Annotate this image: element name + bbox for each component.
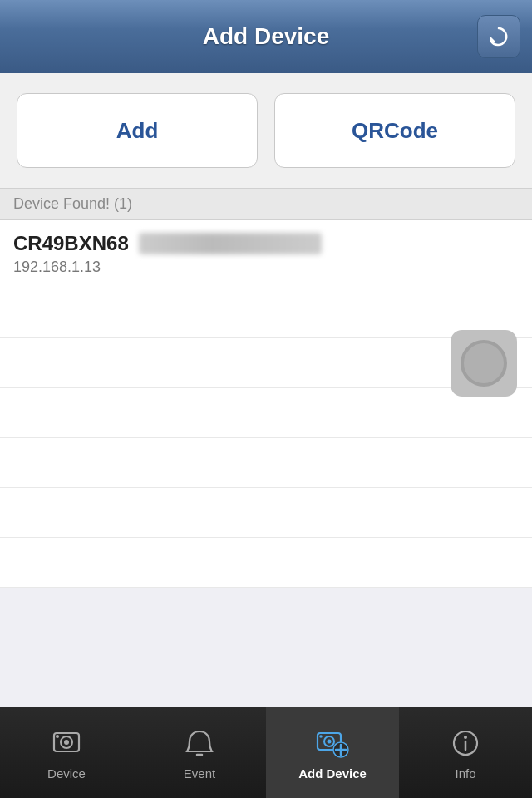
svg-marker-0 — [490, 37, 496, 42]
header: Add Device — [0, 0, 532, 73]
refresh-button[interactable] — [477, 15, 520, 58]
device-name-blurred — [139, 233, 322, 254]
empty-row — [0, 438, 532, 488]
content-area — [0, 288, 532, 588]
event-tab-icon — [181, 725, 218, 761]
add-device-tab-icon — [314, 725, 351, 761]
float-camera-button[interactable] — [451, 330, 517, 397]
empty-row — [0, 538, 532, 588]
device-list: CR49BXN68 192.168.1.13 — [0, 220, 532, 288]
add-button[interactable]: Add — [17, 93, 258, 168]
section-header: Device Found! (1) — [0, 188, 532, 220]
empty-row — [0, 388, 532, 438]
empty-row — [0, 488, 532, 538]
tab-add-device-label: Add Device — [298, 766, 367, 781]
tab-event[interactable]: Event — [133, 707, 266, 798]
svg-point-8 — [328, 740, 332, 744]
info-tab-icon — [447, 725, 484, 761]
device-item[interactable]: CR49BXN68 192.168.1.13 — [0, 220, 532, 288]
tab-bar: Device Event Add Device — [0, 707, 532, 798]
tab-device-label: Device — [47, 766, 86, 781]
svg-point-9 — [319, 735, 323, 738]
tab-event-label: Event — [184, 766, 215, 781]
tab-device[interactable]: Device — [0, 707, 133, 798]
qrcode-button[interactable]: QRCode — [274, 93, 515, 168]
tab-add-device[interactable]: Add Device — [266, 707, 399, 798]
empty-row — [0, 288, 532, 338]
svg-point-3 — [64, 740, 69, 745]
float-camera-icon — [461, 340, 507, 387]
tab-info-label: Info — [455, 766, 475, 781]
refresh-icon — [486, 24, 511, 49]
empty-rows — [0, 288, 532, 588]
device-name: CR49BXN68 — [13, 232, 519, 255]
action-area: Add QRCode — [0, 73, 532, 188]
svg-point-15 — [464, 736, 467, 739]
svg-point-4 — [56, 735, 59, 738]
device-ip: 192.168.1.13 — [13, 259, 519, 276]
device-tab-icon — [48, 725, 85, 761]
tab-info[interactable]: Info — [399, 707, 532, 798]
page-title: Add Device — [203, 23, 330, 50]
